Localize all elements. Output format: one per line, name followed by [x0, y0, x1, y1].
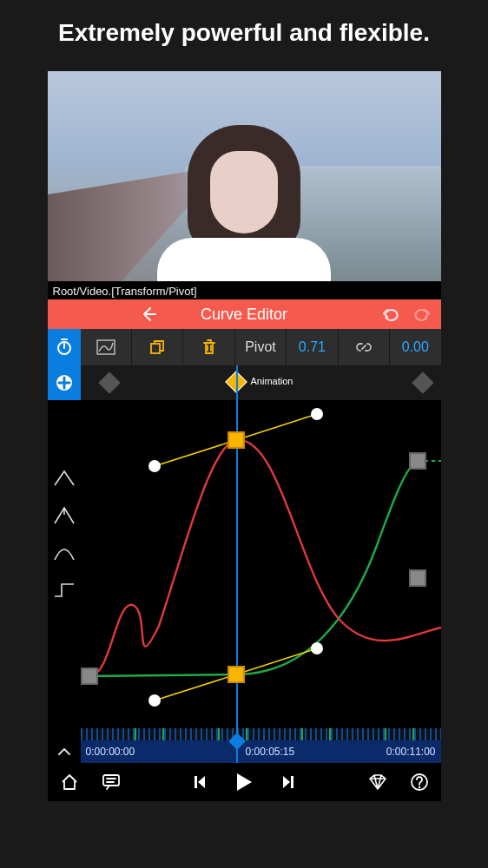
preview-person: [157, 125, 331, 281]
timecode-start: 0:00:00:00: [86, 746, 135, 758]
anchor-left-bottom[interactable]: [81, 667, 98, 685]
handle-top-right[interactable]: [311, 408, 323, 420]
timecode-row[interactable]: 0:00:00:00 0:00:05:15 0:00:11:00: [48, 740, 441, 763]
keyframe-label: Animation: [251, 376, 293, 386]
ease-peak-button[interactable]: [53, 506, 76, 525]
back-button[interactable]: [140, 306, 157, 323]
anchor-top[interactable]: [228, 431, 245, 449]
bottom-nav: [48, 763, 441, 801]
play-button[interactable]: [234, 772, 254, 792]
param-name: Pivot: [235, 329, 287, 365]
param-value-x[interactable]: 0.71: [287, 329, 338, 365]
left-panel: [48, 365, 81, 740]
toolbar: Pivot 0.71 0.00: [48, 329, 441, 365]
ease-linear-button[interactable]: [53, 470, 76, 487]
ease-step-button[interactable]: [53, 581, 76, 598]
keyframe-track[interactable]: Animation: [81, 365, 441, 400]
premium-button[interactable]: [368, 773, 387, 791]
svg-rect-10: [291, 776, 293, 788]
redo-button[interactable]: [412, 306, 431, 322]
step-forward-button[interactable]: [280, 774, 295, 790]
keyframe-prev[interactable]: [98, 372, 120, 393]
add-keyframe-button[interactable]: [48, 365, 81, 400]
expand-timeline-button[interactable]: [48, 740, 81, 763]
timeline-marks[interactable]: [81, 728, 441, 740]
handle-bottom-left[interactable]: [148, 694, 161, 707]
graph-panel: Animation: [81, 365, 441, 740]
anchor-bottom[interactable]: [228, 666, 245, 683]
graph-type-button[interactable]: [81, 329, 132, 365]
keyframe-next[interactable]: [412, 372, 433, 393]
timecode-mid: 0:00:05:15: [246, 746, 295, 758]
param-value-y[interactable]: 0.00: [390, 329, 440, 365]
help-button[interactable]: [410, 773, 429, 792]
svg-line-5: [236, 414, 317, 440]
home-button[interactable]: [60, 773, 79, 792]
titlebar: Curve Editor: [48, 299, 441, 329]
svg-point-12: [418, 786, 419, 788]
curve-graph[interactable]: [81, 400, 441, 728]
svg-line-4: [155, 440, 236, 466]
editor-main: Animation: [48, 365, 441, 740]
handle-top-left[interactable]: [148, 460, 161, 472]
undo-button[interactable]: [382, 306, 401, 322]
svg-rect-2: [151, 344, 160, 353]
copy-button[interactable]: [132, 329, 183, 365]
page-headline: Extremely powerful and flexible.: [0, 0, 488, 71]
video-preview[interactable]: [48, 71, 441, 281]
ease-smooth-button[interactable]: [53, 544, 76, 562]
playhead-line-top: [236, 365, 238, 400]
delete-button[interactable]: [183, 329, 234, 365]
timecode-end: 0:00:11:00: [386, 746, 436, 758]
svg-rect-8: [103, 775, 119, 786]
svg-line-7: [236, 648, 317, 674]
comment-button[interactable]: [102, 773, 121, 791]
step-back-button[interactable]: [193, 774, 208, 790]
link-xy-button[interactable]: [339, 329, 390, 365]
svg-line-6: [155, 674, 236, 700]
mode-timer-button[interactable]: [48, 329, 81, 365]
handle-bottom-right[interactable]: [311, 642, 323, 654]
anchor-right-top[interactable]: [409, 452, 426, 470]
svg-rect-9: [195, 776, 197, 788]
titlebar-title: Curve Editor: [201, 306, 287, 324]
breadcrumb[interactable]: Root/Video.[Transform/Pivot]: [48, 281, 441, 299]
app-frame: Root/Video.[Transform/Pivot] Curve Edito…: [48, 71, 441, 801]
anchor-right-mid[interactable]: [409, 569, 426, 587]
